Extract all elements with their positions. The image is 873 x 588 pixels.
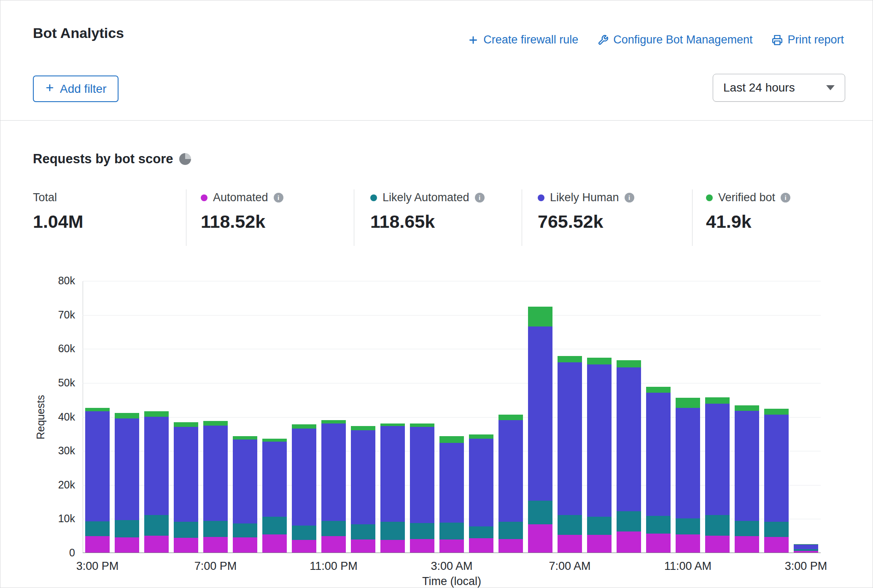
bar-segment-likely-human[interactable] [380,426,405,522]
bar-segment-likely-automated[interactable] [735,521,759,536]
info-icon[interactable] [475,193,485,202]
bar-segment-automated[interactable] [735,536,759,553]
bar-segment-automated[interactable] [617,531,641,553]
stacked-bar[interactable] [617,360,641,553]
stacked-bar[interactable] [321,420,346,553]
bar-segment-likely-human[interactable] [735,411,759,521]
bar-segment-likely-automated[interactable] [705,515,730,535]
bar-segment-likely-human[interactable] [587,364,612,517]
bar-segment-likely-automated[interactable] [764,522,789,537]
bar-segment-likely-automated[interactable] [469,526,493,538]
bar-segment-likely-automated[interactable] [617,511,641,531]
stacked-bar[interactable] [380,423,405,553]
stacked-bar[interactable] [144,411,169,553]
bar-segment-likely-automated[interactable] [144,515,169,535]
stacked-bar[interactable] [646,387,671,553]
info-icon[interactable] [625,193,634,202]
bar-segment-automated[interactable] [174,538,198,553]
stacked-bar[interactable] [705,397,730,553]
stacked-bar[interactable] [410,423,434,553]
bar-segment-likely-human[interactable] [528,326,552,501]
bar-segment-likely-automated[interactable] [587,517,612,535]
bar-segment-likely-human[interactable] [233,440,257,523]
bar-segment-automated[interactable] [410,539,434,553]
bar-segment-verified-bot[interactable] [587,358,612,364]
bar-segment-likely-automated[interactable] [351,524,375,539]
bar-segment-likely-automated[interactable] [558,515,582,535]
bar-segment-verified-bot[interactable] [262,439,287,442]
stacked-bar[interactable] [351,426,375,553]
time-range-dropdown[interactable]: Last 24 hours [713,74,845,102]
stacked-bar[interactable] [735,405,759,553]
bar-segment-verified-bot[interactable] [321,420,346,423]
bar-segment-likely-automated[interactable] [292,526,316,540]
bar-segment-likely-automated[interactable] [203,521,228,537]
stacked-bar[interactable] [262,439,287,553]
info-icon[interactable] [274,193,283,202]
stacked-bar[interactable] [676,398,700,553]
bar-segment-likely-human[interactable] [262,442,287,517]
bar-segment-likely-automated[interactable] [498,522,523,539]
bar-segment-verified-bot[interactable] [203,421,228,426]
bar-segment-automated[interactable] [233,537,257,553]
bar-segment-likely-automated[interactable] [115,520,139,537]
bar-segment-verified-bot[interactable] [676,398,700,408]
bar-segment-automated[interactable] [144,536,169,553]
bar-segment-verified-bot[interactable] [144,411,169,416]
bar-segment-likely-human[interactable] [85,411,110,521]
bar-segment-likely-human[interactable] [115,418,139,521]
bar-segment-verified-bot[interactable] [115,413,139,418]
bar-segment-verified-bot[interactable] [292,424,316,429]
stacked-bar[interactable] [764,409,789,553]
bar-segment-likely-automated[interactable] [410,523,434,539]
stacked-bar[interactable] [115,413,139,553]
bar-segment-likely-human[interactable] [764,415,789,522]
bar-segment-likely-human[interactable] [410,427,434,523]
bar-segment-likely-automated[interactable] [380,522,405,540]
bar-segment-likely-automated[interactable] [262,517,287,534]
bar-segment-verified-bot[interactable] [558,356,582,362]
bar-segment-likely-human[interactable] [144,417,169,515]
bar-segment-likely-human[interactable] [705,404,730,515]
bar-segment-likely-human[interactable] [469,439,493,526]
bar-segment-likely-human[interactable] [174,427,198,522]
bar-segment-likely-automated[interactable] [85,521,110,536]
bar-segment-likely-human[interactable] [292,429,316,526]
bar-segment-automated[interactable] [498,539,523,553]
bar-segment-verified-bot[interactable] [469,434,493,439]
bar-segment-verified-bot[interactable] [233,436,257,440]
configure-bot-management-link[interactable]: Configure Bot Management [598,33,752,46]
stacked-bar[interactable] [85,408,110,553]
bar-segment-automated[interactable] [469,538,493,553]
print-report-link[interactable]: Print report [772,33,844,46]
bar-segment-automated[interactable] [351,539,375,553]
bar-segment-automated[interactable] [558,535,582,553]
bar-segment-automated[interactable] [676,534,700,553]
bar-segment-automated[interactable] [85,536,110,553]
stacked-bar[interactable] [439,436,464,553]
add-filter-button[interactable]: Add filter [33,76,119,102]
bar-segment-verified-bot[interactable] [735,405,759,411]
bar-segment-likely-automated[interactable] [528,501,552,524]
stacked-bar[interactable] [558,356,582,553]
bar-segment-automated[interactable] [794,551,818,553]
bar-segment-likely-automated[interactable] [439,523,464,539]
bar-segment-verified-bot[interactable] [498,415,523,420]
bar-segment-automated[interactable] [262,534,287,553]
bar-segment-automated[interactable] [587,535,612,553]
bar-segment-likely-human[interactable] [439,443,464,523]
bar-segment-likely-automated[interactable] [321,521,346,536]
bar-segment-likely-human[interactable] [617,367,641,511]
bar-segment-likely-automated[interactable] [646,516,671,534]
stacked-bar[interactable] [203,421,228,553]
bar-segment-automated[interactable] [203,537,228,553]
bar-segment-verified-bot[interactable] [528,307,552,326]
bar-segment-likely-human[interactable] [203,426,228,521]
stacked-bar[interactable] [587,358,612,553]
bar-segment-verified-bot[interactable] [351,426,375,430]
bar-segment-automated[interactable] [439,539,464,553]
bar-segment-automated[interactable] [292,540,316,553]
stacked-bar[interactable] [233,436,257,553]
bar-segment-verified-bot[interactable] [705,397,730,404]
bar-segment-likely-human[interactable] [498,420,523,522]
